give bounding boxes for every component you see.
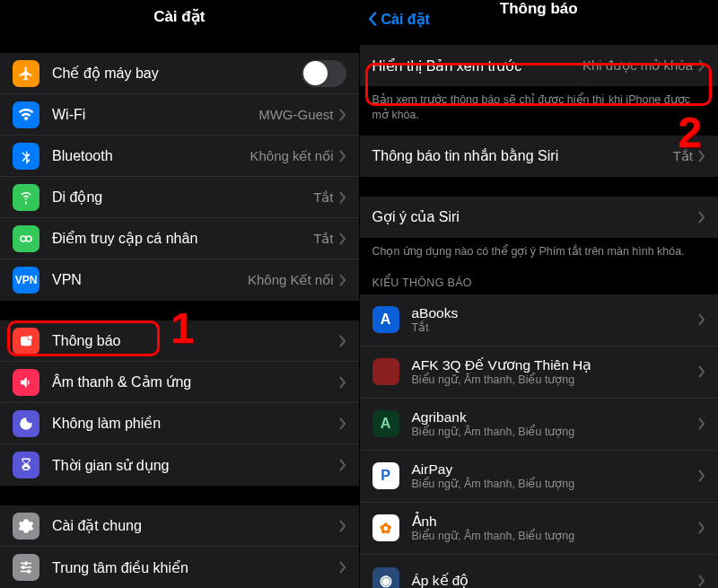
notifications-icon bbox=[13, 328, 39, 355]
hourglass-icon bbox=[13, 452, 39, 478]
siri-announce-value: Tắt bbox=[673, 148, 693, 164]
cellular-icon bbox=[13, 184, 39, 211]
svg-point-1 bbox=[26, 236, 31, 241]
chevron-icon bbox=[698, 211, 705, 224]
siri-announce-label: Thông báo tin nhắn bằng Siri bbox=[372, 147, 673, 164]
app-icon: A bbox=[372, 306, 399, 333]
screentime-row[interactable]: Thời gian sử dụng bbox=[0, 444, 359, 486]
siri-suggest-row[interactable]: Gợi ý của Siri bbox=[360, 197, 719, 238]
app-sub: Biểu ngữ, Âm thanh, Biểu tượng bbox=[412, 530, 699, 544]
chevron-icon bbox=[698, 313, 705, 326]
show-previews-label: Hiển thị Bản xem trước bbox=[372, 57, 582, 75]
vpn-label: VPN bbox=[52, 272, 248, 288]
chevron-icon bbox=[339, 520, 346, 532]
chevron-icon bbox=[339, 191, 346, 204]
general-row[interactable]: Cài đặt chung bbox=[0, 505, 359, 547]
app-sub: Biểu ngữ, Âm thanh, Biểu tượng bbox=[412, 373, 699, 388]
preview-group: Hiển thị Bản xem trước Khi được mở khóa bbox=[360, 45, 719, 86]
app-row[interactable]: PAirPayBiểu ngữ, Âm thanh, Biểu tượng bbox=[360, 451, 719, 503]
chevron-icon bbox=[698, 470, 705, 482]
app-name: Áp kế độ bbox=[412, 572, 699, 588]
hotspot-icon bbox=[13, 225, 39, 252]
chevron-icon bbox=[698, 575, 705, 587]
app-row[interactable]: AAgribankBiểu ngữ, Âm thanh, Biểu tượng bbox=[360, 399, 719, 451]
sound-icon bbox=[13, 369, 39, 396]
chevron-icon bbox=[339, 233, 346, 245]
vpn-row[interactable]: VPN VPN Không Kết nối bbox=[0, 259, 359, 301]
app-name: Agribank bbox=[412, 408, 699, 426]
app-icon bbox=[372, 358, 399, 385]
chevron-icon bbox=[339, 150, 346, 162]
chevron-icon bbox=[339, 417, 346, 430]
chevron-icon bbox=[698, 522, 705, 534]
bluetooth-label: Bluetooth bbox=[52, 148, 250, 164]
header-right: Cài đặt Thông báo bbox=[360, 0, 719, 18]
airplane-label: Chế độ máy bay bbox=[52, 65, 302, 82]
app-name: aBooks bbox=[412, 304, 699, 321]
screentime-label: Thời gian sử dụng bbox=[52, 457, 339, 474]
app-sub: Tắt bbox=[412, 321, 699, 336]
app-row[interactable]: ✿ẢnhBiểu ngữ, Âm thanh, Biểu tượng bbox=[360, 503, 719, 555]
airplane-icon bbox=[13, 60, 39, 87]
app-row[interactable]: AaBooksTắt bbox=[360, 294, 719, 347]
siri-announce-row[interactable]: Thông báo tin nhắn bằng Siri Tắt bbox=[360, 136, 719, 177]
chevron-icon bbox=[339, 459, 346, 471]
bluetooth-row[interactable]: Bluetooth Không kết nối bbox=[0, 136, 359, 177]
back-button[interactable]: Cài đặt bbox=[367, 0, 430, 38]
header-left: Cài đặt bbox=[0, 0, 359, 33]
app-row[interactable]: AFK 3Q Đế Vương Thiên HạBiểu ngữ, Âm tha… bbox=[360, 347, 719, 399]
chevron-icon bbox=[698, 59, 705, 72]
apps-group: AaBooksTắtAFK 3Q Đế Vương Thiên HạBiểu n… bbox=[360, 294, 719, 588]
chevron-icon bbox=[339, 109, 346, 121]
wifi-row[interactable]: Wi-Fi MWG-Guest bbox=[0, 94, 359, 136]
sounds-label: Âm thanh & Cảm ứng bbox=[52, 373, 339, 391]
hotspot-label: Điểm truy cập cá nhân bbox=[52, 230, 313, 247]
app-text: Áp kế độ bbox=[412, 572, 699, 588]
app-name: AirPay bbox=[412, 461, 699, 478]
vpn-value: Không Kết nối bbox=[248, 272, 334, 288]
app-row[interactable]: ◉Áp kế độ bbox=[360, 555, 719, 588]
notifications-row[interactable]: Thông báo bbox=[0, 320, 359, 362]
control-center-row[interactable]: Trung tâm điều khiển bbox=[0, 547, 359, 588]
dnd-row[interactable]: Không làm phiền bbox=[0, 403, 359, 444]
app-text: AFK 3Q Đế Vương Thiên HạBiểu ngữ, Âm tha… bbox=[412, 356, 699, 388]
sliders-icon bbox=[13, 554, 39, 581]
siri-suggest-group: Gợi ý của Siri bbox=[360, 197, 719, 238]
svg-point-4 bbox=[28, 335, 32, 339]
style-header: KIỂU THÔNG BÁO bbox=[360, 259, 719, 294]
app-sub: Biểu ngữ, Âm thanh, Biểu tượng bbox=[412, 426, 699, 440]
bluetooth-value: Không kết nối bbox=[250, 148, 333, 164]
app-icon: A bbox=[372, 410, 399, 437]
dnd-label: Không làm phiền bbox=[52, 415, 339, 432]
app-icon: ✿ bbox=[372, 514, 399, 541]
airplane-row[interactable]: Chế độ máy bay bbox=[0, 53, 359, 94]
app-text: ẢnhBiểu ngữ, Âm thanh, Biểu tượng bbox=[412, 513, 699, 544]
siri-suggest-label: Gợi ý của Siri bbox=[372, 208, 699, 225]
siri-announce-group: Thông báo tin nhắn bằng Siri Tắt bbox=[360, 136, 719, 177]
control-label: Trung tâm điều khiển bbox=[52, 559, 339, 576]
cellular-row[interactable]: Di động Tắt bbox=[0, 177, 359, 218]
chevron-icon bbox=[698, 150, 705, 162]
sounds-row[interactable]: Âm thanh & Cảm ứng bbox=[0, 362, 359, 403]
cellular-value: Tắt bbox=[313, 189, 333, 206]
general-label: Cài đặt chung bbox=[52, 517, 339, 534]
notifications-pane: Cài đặt Thông báo Hiển thị Bản xem trước… bbox=[360, 0, 719, 588]
connectivity-group: Chế độ máy bay Wi-Fi MWG-Guest Bluetooth… bbox=[0, 53, 359, 301]
app-text: AirPayBiểu ngữ, Âm thanh, Biểu tượng bbox=[412, 461, 699, 492]
chevron-icon bbox=[339, 335, 346, 347]
show-previews-row[interactable]: Hiển thị Bản xem trước Khi được mở khóa bbox=[360, 45, 719, 86]
page-title: Cài đặt bbox=[153, 7, 205, 26]
chevron-icon bbox=[339, 274, 346, 286]
back-label: Cài đặt bbox=[381, 11, 430, 28]
notifications-label: Thông báo bbox=[52, 333, 339, 349]
app-icon: P bbox=[372, 462, 399, 489]
airplane-toggle[interactable] bbox=[302, 60, 346, 87]
hotspot-row[interactable]: Điểm truy cập cá nhân Tắt bbox=[0, 218, 359, 259]
hotspot-value: Tắt bbox=[313, 231, 333, 247]
chevron-icon bbox=[339, 561, 346, 574]
show-previews-value: Khi được mở khóa bbox=[582, 57, 693, 74]
siri-footer: Chọn ứng dụng nào có thể gợi ý Phím tắt … bbox=[360, 238, 719, 259]
alerts-group: Thông báo Âm thanh & Cảm ứng Không làm p… bbox=[0, 320, 359, 486]
app-name: Ảnh bbox=[412, 513, 699, 530]
chevron-icon bbox=[339, 376, 346, 389]
